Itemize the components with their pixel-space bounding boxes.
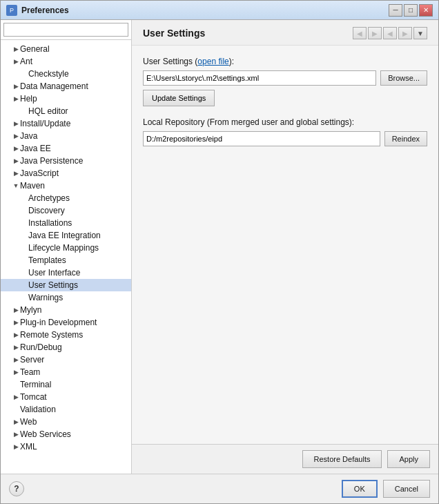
nav-dropdown-button[interactable]: ▼ bbox=[413, 27, 427, 39]
local-repo-row: Reindex bbox=[143, 131, 427, 146]
sidebar-label-java-persistence: Java Persistence bbox=[20, 156, 83, 166]
nav-forward2-button[interactable]: ▶ bbox=[398, 27, 412, 39]
sidebar-label-install-update: Install/Update bbox=[20, 119, 70, 128]
sidebar-label-java-ee-integration: Java EE Integration bbox=[28, 231, 101, 240]
settings-path-row: Browse... bbox=[143, 70, 427, 86]
minimize-button[interactable]: ─ bbox=[389, 4, 402, 17]
content-title: User Settings bbox=[143, 28, 205, 39]
nav-back2-button[interactable]: ◀ bbox=[383, 27, 397, 39]
sidebar-label-validation: Validation bbox=[20, 405, 56, 414]
apply-button[interactable]: Apply bbox=[387, 450, 430, 468]
open-file-link[interactable]: open file bbox=[197, 57, 228, 66]
sidebar-item-general[interactable]: ▶ General bbox=[1, 43, 131, 55]
arrow-icon: ▶ bbox=[12, 119, 20, 128]
sidebar-item-help[interactable]: ▶ Help bbox=[1, 93, 131, 105]
sidebar-item-lifecycle-mappings[interactable]: ▶ Lifecycle Mappings bbox=[1, 242, 131, 254]
sidebar-item-installations[interactable]: ▶ Installations bbox=[1, 217, 131, 229]
search-input[interactable] bbox=[3, 23, 128, 37]
sidebar-item-hql-editor[interactable]: ▶ HQL editor bbox=[1, 105, 131, 117]
sidebar-item-java[interactable]: ▶ Java bbox=[1, 130, 131, 142]
sidebar-item-install-update[interactable]: ▶ Install/Update bbox=[1, 117, 131, 130]
sidebar-item-mylyn[interactable]: ▶ Mylyn bbox=[1, 304, 131, 316]
nav-forward-button[interactable]: ▶ bbox=[368, 27, 382, 39]
sidebar-label-discovery: Discovery bbox=[28, 206, 65, 215]
sidebar-item-web[interactable]: ▶ Web bbox=[1, 416, 131, 428]
arrow-icon: ▶ bbox=[12, 318, 20, 327]
search-box bbox=[1, 20, 131, 40]
ok-button[interactable]: OK bbox=[342, 480, 378, 498]
sidebar-item-javascript[interactable]: ▶ JavaScript bbox=[1, 167, 131, 180]
sidebar-item-validation[interactable]: ▶ Validation bbox=[1, 403, 131, 416]
sidebar-label-mylyn: Mylyn bbox=[20, 305, 41, 315]
sidebar-label-templates: Templates bbox=[28, 255, 66, 265]
arrow-icon: ▶ bbox=[12, 343, 20, 351]
sidebar-label-team: Team bbox=[20, 367, 40, 377]
close-button[interactable]: ✕ bbox=[419, 4, 433, 17]
sidebar-label-data-management: Data Management bbox=[20, 81, 88, 91]
arrow-icon: ▶ bbox=[12, 306, 20, 314]
window-title: Preferences bbox=[21, 6, 69, 15]
nav-back-button[interactable]: ◀ bbox=[353, 27, 367, 39]
arrow-icon: ▶ bbox=[12, 368, 20, 376]
main-content: ▶ General ▶ Ant ▶ Checkstyle ▶ Data Mana… bbox=[1, 20, 438, 474]
arrow-icon: ▶ bbox=[12, 132, 20, 140]
sidebar-label-installations: Installations bbox=[28, 218, 72, 228]
sidebar-item-ant[interactable]: ▶ Ant bbox=[1, 55, 131, 68]
settings-path-input[interactable] bbox=[143, 70, 376, 86]
sidebar-label-user-settings: User Settings bbox=[28, 280, 78, 290]
cancel-button[interactable]: Cancel bbox=[383, 480, 430, 498]
sidebar-item-user-settings[interactable]: ▶ User Settings bbox=[1, 279, 131, 291]
reindex-button[interactable]: Reindex bbox=[384, 131, 427, 146]
arrow-icon: ▶ bbox=[12, 57, 20, 66]
sidebar-item-java-ee[interactable]: ▶ Java EE bbox=[1, 142, 131, 155]
sidebar-item-data-management[interactable]: ▶ Data Management bbox=[1, 80, 131, 93]
help-button[interactable]: ? bbox=[9, 481, 24, 496]
local-repo-input[interactable] bbox=[143, 131, 380, 146]
sidebar-item-xml[interactable]: ▶ XML bbox=[1, 440, 131, 453]
title-bar-buttons: ─ □ ✕ bbox=[389, 4, 433, 17]
arrow-icon: ▶ bbox=[12, 144, 20, 153]
preferences-window: P Preferences ─ □ ✕ ▶ General bbox=[0, 0, 439, 504]
sidebar-label-web-services: Web Services bbox=[20, 429, 71, 439]
sidebar-item-tomcat[interactable]: ▶ Tomcat bbox=[1, 391, 131, 403]
sidebar-item-server[interactable]: ▶ Server bbox=[1, 353, 131, 366]
sidebar-label-terminal: Terminal bbox=[20, 380, 51, 389]
sidebar-item-user-interface[interactable]: ▶ User Interface bbox=[1, 266, 131, 279]
sidebar-item-run-debug[interactable]: ▶ Run/Debug bbox=[1, 341, 131, 353]
sidebar-label-xml: XML bbox=[20, 442, 37, 452]
sidebar-label-checkstyle: Checkstyle bbox=[28, 69, 69, 79]
sidebar-label-javascript: JavaScript bbox=[20, 168, 59, 178]
arrow-icon: ▶ bbox=[12, 169, 20, 177]
browse-button[interactable]: Browse... bbox=[380, 70, 427, 86]
local-repo-field-group: Local Repository (From merged user and g… bbox=[143, 117, 427, 146]
sidebar: ▶ General ▶ Ant ▶ Checkstyle ▶ Data Mana… bbox=[1, 20, 132, 474]
sidebar-label-warnings: Warnings bbox=[28, 293, 63, 302]
sidebar-item-warnings[interactable]: ▶ Warnings bbox=[1, 291, 131, 304]
sidebar-item-templates[interactable]: ▶ Templates bbox=[1, 254, 131, 266]
sidebar-item-terminal[interactable]: ▶ Terminal bbox=[1, 378, 131, 391]
local-repo-label: Local Repository (From merged user and g… bbox=[143, 117, 427, 127]
sidebar-item-team[interactable]: ▶ Team bbox=[1, 366, 131, 378]
maximize-button[interactable]: □ bbox=[404, 4, 418, 17]
sidebar-item-checkstyle[interactable]: ▶ Checkstyle bbox=[1, 68, 131, 80]
user-settings-field-group: User Settings (open file): Browse... Upd… bbox=[143, 57, 427, 106]
sidebar-label-maven: Maven bbox=[20, 181, 45, 191]
arrow-icon: ▶ bbox=[12, 430, 20, 438]
sidebar-label-plugin-development: Plug-in Development bbox=[20, 318, 97, 327]
update-settings-button[interactable]: Update Settings bbox=[143, 90, 215, 106]
title-bar: P Preferences ─ □ ✕ bbox=[1, 1, 438, 20]
sidebar-item-discovery[interactable]: ▶ Discovery bbox=[1, 204, 131, 217]
sidebar-item-plugin-development[interactable]: ▶ Plug-in Development bbox=[1, 316, 131, 329]
sidebar-item-web-services[interactable]: ▶ Web Services bbox=[1, 428, 131, 440]
sidebar-item-maven[interactable]: ▼ Maven bbox=[1, 180, 131, 192]
user-settings-field-label: User Settings (open file): bbox=[143, 57, 427, 66]
user-settings-label-end: ): bbox=[229, 57, 234, 66]
nav-buttons: ◀ ▶ ◀ ▶ ▼ bbox=[353, 27, 427, 39]
sidebar-item-java-persistence[interactable]: ▶ Java Persistence bbox=[1, 155, 131, 167]
sidebar-item-java-ee-integration[interactable]: ▶ Java EE Integration bbox=[1, 229, 131, 242]
arrow-icon: ▶ bbox=[12, 356, 20, 364]
restore-defaults-button[interactable]: Restore Defaults bbox=[302, 450, 382, 468]
arrow-icon: ▶ bbox=[12, 157, 20, 165]
sidebar-item-archetypes[interactable]: ▶ Archetypes bbox=[1, 192, 131, 204]
sidebar-item-remote-systems[interactable]: ▶ Remote Systems bbox=[1, 329, 131, 341]
